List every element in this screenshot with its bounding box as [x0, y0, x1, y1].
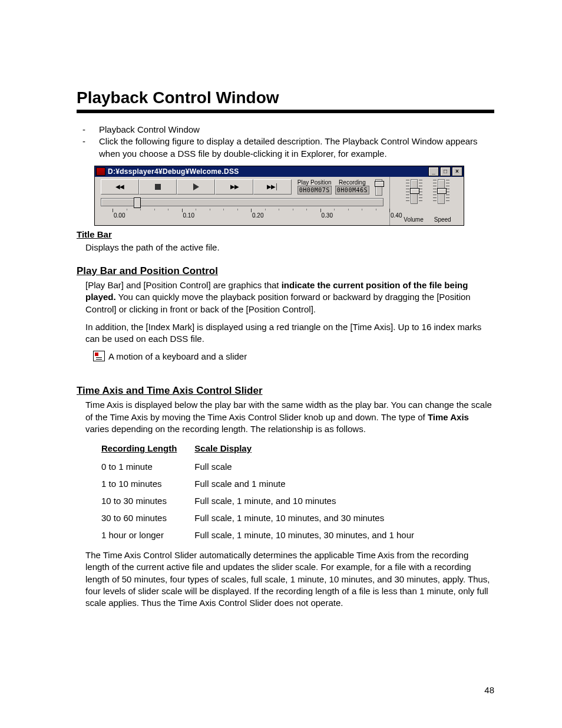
cell-scale-display: Full scale	[194, 458, 432, 475]
app-icon	[96, 167, 105, 176]
speed-slider[interactable]	[438, 179, 445, 204]
position-readouts: Play Position 0H00M07S Recording 0H00M46…	[297, 179, 369, 195]
cell-scale-display: Full scale, 1 minute, and 10 minutes	[194, 492, 432, 509]
section-head-time-axis: Time Axis and Time Axis Control Slider	[77, 385, 494, 397]
cell-recording-length: 1 to 10 minutes	[101, 475, 194, 492]
recording-label: Recording	[339, 179, 366, 186]
play-button[interactable]	[177, 179, 215, 195]
cell-scale-display: Full scale, 1 minute, 10 minutes, and 30…	[194, 509, 432, 526]
scale-table: Recording Length Scale Display 0 to 1 mi…	[101, 441, 432, 543]
title-bar-text: Displays the path of the active file.	[85, 242, 494, 253]
section-head-title-bar: Title Bar	[77, 229, 494, 239]
motion-note: A motion of a keyboard and a slider	[93, 351, 494, 361]
page-number: 48	[484, 685, 494, 695]
tick-label: 0.00	[114, 212, 125, 219]
rewind-button[interactable]: ◀◀	[101, 179, 139, 195]
tick-label: 0.10	[183, 212, 194, 219]
cell-recording-length: 0 to 1 minute	[101, 458, 194, 475]
tick	[251, 209, 252, 212]
cell-scale-display: Full scale, 1 minute, 10 minutes, 30 min…	[194, 526, 432, 543]
title-rule	[77, 110, 494, 113]
tick	[182, 209, 183, 212]
volume-slider[interactable]	[411, 179, 418, 204]
skip-end-button[interactable]: ▶▶│	[253, 179, 292, 195]
bullet-item: - Click the following figure to display …	[82, 136, 494, 160]
cell-scale-display: Full scale and 1 minute	[194, 475, 432, 492]
tick	[320, 209, 321, 212]
section-head-play-bar: Play Bar and Position Control	[77, 265, 494, 277]
table-row: 10 to 30 minutesFull scale, 1 minute, an…	[101, 492, 432, 509]
recording-value: 0H00M46S	[335, 186, 369, 195]
tick	[389, 209, 390, 212]
col-recording-length: Recording Length	[101, 441, 194, 458]
table-row: 30 to 60 minutesFull scale, 1 minute, 10…	[101, 509, 432, 526]
tick-label: 0.40	[391, 212, 402, 219]
tick-label: 0.20	[252, 212, 263, 219]
play-bar[interactable]	[101, 198, 384, 206]
play-bar-p1: [Play Bar] and [Position Control] are gr…	[85, 279, 494, 315]
table-row: 0 to 1 minuteFull scale	[101, 458, 432, 475]
time-axis-p2: The Time Axis Control Slider automatical…	[85, 549, 494, 609]
bullet-text: Click the following figure to display a …	[99, 136, 494, 160]
minimize-button[interactable]: _	[428, 167, 439, 176]
speed-label: Speed	[434, 216, 451, 223]
tick-label: 0.30	[322, 212, 333, 219]
fast-forward-button[interactable]: ▶▶	[215, 179, 253, 195]
volume-label: Volume	[404, 216, 423, 223]
page-title: Playback Control Window	[77, 88, 494, 107]
play-position-label: Play Position	[297, 179, 332, 186]
time-axis-control-slider[interactable]	[375, 179, 384, 196]
position-control-knob[interactable]	[134, 197, 141, 208]
figure-titlebar: D:¥dssplayer4¥Debug¥Welcome.DSS _ □ ×	[95, 166, 464, 177]
tick	[113, 209, 113, 212]
play-bar-p2: In addition, the [Index Mark] is display…	[85, 321, 494, 345]
close-button[interactable]: ×	[452, 167, 462, 176]
figure-title-text: D:¥dssplayer4¥Debug¥Welcome.DSS	[108, 167, 427, 176]
playback-window-figure[interactable]: D:¥dssplayer4¥Debug¥Welcome.DSS _ □ × ◀◀…	[94, 166, 464, 226]
motion-icon	[93, 351, 105, 361]
time-axis: 0.000.100.200.300.40	[101, 209, 384, 222]
table-row: 1 to 10 minutesFull scale and 1 minute	[101, 475, 432, 492]
time-axis-p1: Time Axis is displayed below the play ba…	[85, 399, 494, 435]
play-position-value: 0H00M07S	[297, 186, 332, 195]
table-row: 1 hour or longerFull scale, 1 minute, 10…	[101, 526, 432, 543]
col-scale-display: Scale Display	[194, 441, 432, 458]
stop-button[interactable]	[139, 179, 177, 195]
maximize-button[interactable]: □	[440, 167, 451, 176]
cell-recording-length: 1 hour or longer	[101, 526, 194, 543]
cell-recording-length: 30 to 60 minutes	[101, 509, 194, 526]
bullet-item: - Playback Control Window	[82, 124, 494, 136]
cell-recording-length: 10 to 30 minutes	[101, 492, 194, 509]
motion-note-text: A motion of a keyboard and a slider	[108, 351, 247, 361]
bullet-text: Playback Control Window	[99, 124, 200, 136]
